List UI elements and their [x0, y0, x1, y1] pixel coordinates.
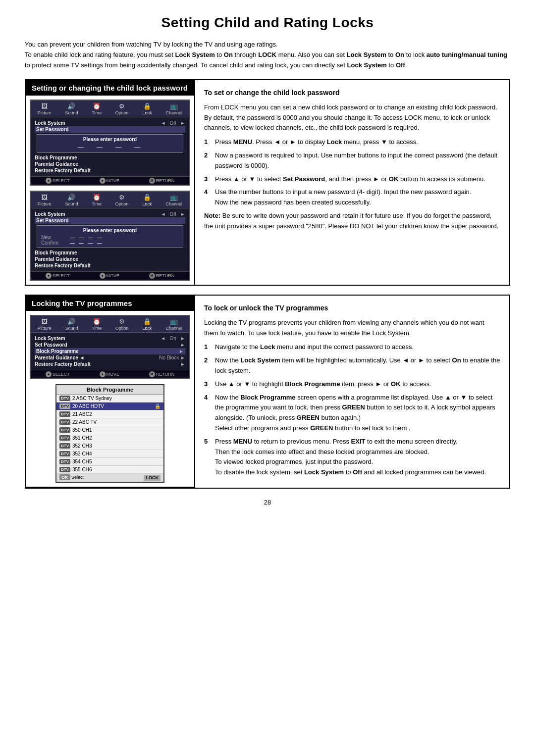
time-icon-3: ⏰ [92, 317, 102, 325]
section1-note: Note: Be sure to write down your passwor… [204, 211, 500, 232]
bottom-return-3: M RETURN [149, 371, 175, 377]
page-number: 28 [25, 499, 510, 506]
section2-screens: 🖼 Picture 🔊 Sound ⏰ Time ⚙ Option [26, 311, 194, 487]
row-set-password-2: Set Password [35, 217, 185, 224]
step-1-2: 2 Now a password is required to input. U… [204, 151, 500, 171]
row-restore-3: Restore Factory Default ► [35, 361, 185, 367]
sound-icon-3: 🔊 [66, 317, 76, 325]
section1-right: To set or change the child lock password… [194, 80, 509, 285]
menu-body-2: Lock System ◄ Off ► Set Password Please … [31, 208, 189, 271]
row-lock-system-2: Lock System ◄ Off ► [35, 211, 185, 217]
block-prog-row-5: DTV 351 CH2 [56, 434, 163, 442]
select-btn-1: ● [46, 178, 52, 184]
step-2-1: 1 Navigate to the Lock menu and input th… [204, 342, 500, 353]
bottom-bar-1: ● SELECT ● MOVE M RETURN [31, 176, 189, 185]
bottom-select-1: ● SELECT [46, 178, 70, 184]
block-prog-row-7: DTV 353 CH4 [56, 450, 163, 458]
picture-icon-3: 🖼 [40, 317, 50, 325]
menu-item-lock-2: 🔒 Lock [142, 193, 152, 206]
bottom-return-1: M RETURN [149, 178, 175, 184]
menu-item-option-3: ⚙ Option [115, 317, 129, 331]
bottom-select-2: ● SELECT [46, 273, 70, 279]
section2-intro-para: Locking the TV programs prevents your ch… [204, 318, 500, 339]
tv-screen-3: 🖼 Picture 🔊 Sound ⏰ Time ⚙ Option [30, 315, 190, 379]
popup-row-confirm: Confirm — — — — [41, 240, 179, 246]
menu-bar-2: 🖼 Picture 🔊 Sound ⏰ Time ⚙ Option [31, 192, 189, 208]
menu-body-1: Lock System ◄ Off ► Set Password Please … [31, 117, 189, 176]
option-icon-3: ⚙ [117, 317, 127, 325]
step-2-3: 3 Use ▲ or ▼ to highlight Block Programm… [204, 379, 500, 390]
popup-row-new: New — — — — [41, 235, 179, 240]
menu-body-3: Lock System ◄ On ► Set Password ► Block … [31, 333, 189, 370]
section-locking-tv: Locking the TV programmes 🖼 Picture 🔊 So… [25, 295, 510, 489]
move-btn-1: ● [100, 178, 106, 184]
row-block-prog-2: Block Programme [35, 250, 185, 256]
lock-icon-2: 🔒 [142, 193, 152, 201]
block-prog-footer: OK Select LOCK [56, 474, 163, 482]
bottom-move-2: ● MOVE [100, 273, 120, 279]
block-prog-row-4: DTV 350 CH1 [56, 426, 163, 434]
row-block-prog-1: Block Programme [35, 154, 185, 161]
bottom-move-1: ● MOVE [100, 178, 120, 184]
bottom-return-2: M RETURN [149, 273, 175, 279]
menu-item-channel-3: 📺 Channel [166, 317, 183, 331]
channel-icon-3: 📺 [169, 317, 179, 325]
row-block-prog-3: Block Programme ► [35, 348, 185, 354]
menu-item-sound-2: 🔊 Sound [65, 193, 78, 206]
lock-symbol-1: 🔒 [155, 403, 160, 409]
move-btn-3: ● [100, 371, 106, 377]
move-btn-2: ● [100, 273, 106, 279]
picture-icon-1: 🖼 [40, 102, 50, 110]
menu-item-option-2: ⚙ Option [115, 193, 129, 206]
menu-item-time-2: ⏰ Time [92, 193, 102, 206]
intro-text: You can prevent your children from watch… [25, 40, 510, 70]
section1-intro-para: From LOCK menu you can set a new child l… [204, 102, 500, 133]
block-prog-row-1: DTV 20 ABC HDTV 🔒 [56, 403, 163, 410]
menu-item-picture-1: 🖼 Picture [38, 102, 52, 115]
block-prog-row-8: DTV 354 CH5 [56, 458, 163, 466]
return-btn-1: M [149, 178, 155, 184]
sound-icon-1: 🔊 [66, 102, 76, 110]
lock-button-label: LOCK [144, 475, 161, 481]
section2-steps: 1 Navigate to the Lock menu and input th… [204, 342, 500, 478]
row-restore-2: Restore Factory Default [35, 262, 185, 269]
popup-2: Please enter password New — — — — Confir… [37, 225, 183, 248]
row-set-password-1: Set Password [35, 126, 185, 133]
menu-item-sound-1: 🔊 Sound [65, 102, 78, 115]
menu-item-lock-1: 🔒 Lock [142, 102, 152, 115]
block-prog-row-0: DTV 2 ABC TV Sydney [56, 395, 163, 403]
section1-steps: 1 Press MENU. Press ◄ or ► to display Lo… [204, 137, 500, 208]
step-2-2: 2 Now the Lock System item will be highl… [204, 355, 500, 376]
lock-icon-3: 🔒 [142, 317, 152, 325]
row-set-password-3: Set Password ► [35, 342, 185, 348]
block-prog-row-2: DTV 21 ABC2 [56, 410, 163, 418]
menu-item-channel-2: 📺 Channel [166, 193, 183, 206]
bottom-bar-2: ● SELECT ● MOVE M RETURN [31, 271, 189, 280]
row-lock-system-3: Lock System ◄ On ► [35, 335, 185, 342]
section2-right: To lock or unlock the TV programmes Lock… [194, 296, 509, 488]
lock-icon-1: 🔒 [142, 102, 152, 110]
step-1-3: 3 Press ▲ or ▼ to select Set Password, a… [204, 174, 500, 185]
menu-item-lock-3: 🔒 Lock [142, 317, 152, 331]
block-programme-list: Block Programme DTV 2 ABC TV Sydney DTV … [55, 384, 164, 483]
step-2-5: 5 Press MENU to return to previous menu.… [204, 437, 500, 478]
menu-item-sound-3: 🔊 Sound [65, 317, 78, 331]
section1-left: Setting or changing the child lock passw… [26, 80, 194, 285]
menu-item-picture-2: 🖼 Picture [38, 193, 52, 206]
row-restore-1: Restore Factory Default [35, 167, 185, 174]
step-2-4: 4 Now the Block Programme screen opens w… [204, 393, 500, 434]
bottom-bar-3: ● SELECT ● MOVE M RETURN [31, 370, 189, 378]
section2-right-title: To lock or unlock the TV programmes [204, 302, 500, 313]
menu-item-option-1: ⚙ Option [115, 102, 129, 115]
menu-item-time-3: ⏰ Time [92, 317, 102, 331]
page-title: Setting Child and Rating Locks [25, 15, 510, 31]
row-parental-2: Parental Guidance [35, 256, 185, 262]
channel-icon-1: 📺 [169, 102, 179, 110]
section-child-lock-password: Setting or changing the child lock passw… [25, 79, 510, 286]
row-parental-1: Parental Guidance [35, 161, 185, 167]
return-btn-3: M [149, 371, 155, 377]
tv-screen-2: 🖼 Picture 🔊 Sound ⏰ Time ⚙ Option [30, 191, 190, 281]
section1-screens: 🖼 Picture 🔊 Sound ⏰ Time ⚙ Option [26, 96, 194, 285]
section2-header: Locking the TV programmes [26, 296, 194, 311]
row-parental-3: Parental Guidance ◄ No Block ► [35, 354, 185, 361]
